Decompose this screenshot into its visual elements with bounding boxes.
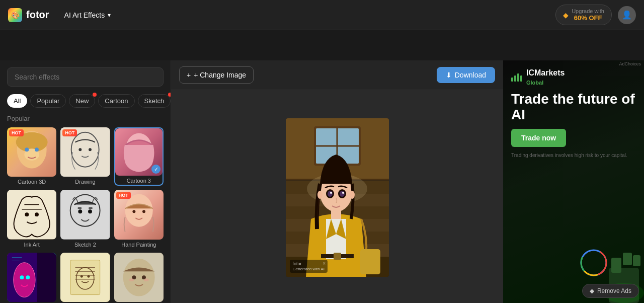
ad-headline: Trade the future of AI — [511, 92, 636, 123]
effect-thumb-inkart — [7, 190, 56, 239]
tab-popular[interactable]: Popular — [30, 94, 66, 108]
remove-ads-diamond: ◆ — [590, 287, 594, 294]
svg-rect-62 — [334, 253, 341, 260]
bar1 — [511, 78, 513, 82]
main-area: + + Change Image ⬇ Download — [171, 60, 503, 303]
diamond-icon: ◆ — [563, 11, 569, 19]
bar3 — [517, 73, 519, 82]
effect-cartoon3d[interactable]: HOT Cartoon 3D — [7, 127, 56, 186]
download-label: Download — [455, 71, 486, 79]
remove-ads-button[interactable]: ◆ Remove Ads — [582, 284, 639, 298]
effect-name-handpainting: Hand Painting — [114, 242, 164, 249]
effect-thumb-cartoon2 — [114, 253, 164, 302]
cyberpunk-svg — [7, 253, 56, 302]
svg-point-3 — [25, 147, 29, 152]
hot-badge-drawing: HOT — [62, 129, 77, 136]
new-badge — [93, 93, 97, 97]
upgrade-text: Upgrade with 60% OFF — [572, 8, 604, 22]
svg-point-67 — [328, 191, 333, 197]
change-image-label: + Change Image — [194, 71, 246, 79]
svg-point-72 — [350, 191, 355, 199]
svg-point-25 — [142, 210, 145, 213]
generated-image: fotor × Generated with AI — [286, 118, 389, 277]
ad-disclaimer: Trading derivatives involves high risk t… — [511, 152, 636, 159]
effect-inkart[interactable]: Ink Art — [7, 190, 56, 248]
tab-cartoon[interactable]: Cartoon — [98, 94, 134, 108]
svg-rect-80 — [623, 253, 632, 265]
upgrade-button[interactable]: ◆ Upgrade with 60% OFF — [555, 5, 612, 25]
background-scene — [286, 118, 389, 277]
ad-choices-label: AdChoices — [619, 61, 641, 66]
logo-text: fotor — [26, 9, 49, 21]
effect-name-cartoon3d: Cartoon 3D — [7, 179, 56, 186]
canvas-container: fotor × Generated with AI — [171, 90, 503, 303]
sidebar: All Popular New Cartoon Sketch › Popular… — [0, 60, 171, 303]
download-button[interactable]: ⬇ Download — [437, 67, 495, 83]
svg-point-20 — [88, 210, 92, 214]
watermark-text: fotor — [293, 261, 302, 266]
svg-point-24 — [132, 210, 135, 213]
effect-thumb-cyberpunk — [7, 253, 56, 302]
effect-thumb-handpainting: HOT — [114, 190, 164, 239]
svg-point-36 — [80, 275, 83, 277]
ad-logo-text: ICMarkets — [526, 68, 565, 77]
pencildrawing-svg — [60, 253, 110, 302]
svg-rect-21 — [78, 207, 82, 209]
svg-point-69 — [330, 192, 332, 194]
effect-thumb-pencildrawing — [60, 253, 110, 302]
svg-point-68 — [340, 191, 345, 197]
svg-rect-73 — [360, 249, 380, 274]
toolbar: + + Change Image ⬇ Download — [171, 60, 503, 90]
effect-cartoon2[interactable]: Cartoon 2 — [114, 253, 164, 303]
hot-badge-cartoon3d: HOT — [9, 129, 24, 136]
effect-cyberpunk[interactable]: Cyberpunk — [7, 253, 56, 303]
search-input[interactable] — [7, 67, 164, 87]
svg-point-39 — [123, 258, 154, 296]
fotor-watermark: fotor × Generated with AI — [290, 260, 328, 273]
hot-badge-handpainting: HOT — [116, 192, 131, 199]
effect-name-drawing: Drawing — [60, 179, 110, 186]
effects-grid: HOT Cartoon 3D HOT — [7, 127, 164, 303]
tab-all[interactable]: All — [7, 94, 27, 108]
ad-content: ICMarkets Global Trade the future of AI … — [503, 60, 644, 303]
inkart-svg — [7, 190, 56, 239]
ai-effects-button[interactable]: AI Art Effects ▾ — [59, 8, 116, 22]
svg-point-71 — [317, 191, 323, 199]
sketch2-svg — [60, 190, 110, 239]
tab-new[interactable]: New — [69, 94, 95, 108]
change-image-button[interactable]: + + Change Image — [179, 66, 254, 84]
svg-point-19 — [78, 210, 83, 214]
svg-rect-81 — [633, 255, 640, 266]
chevron-down-icon: ▾ — [108, 12, 111, 19]
svg-rect-79 — [611, 258, 621, 273]
bar2 — [514, 75, 516, 82]
effect-pencildrawing[interactable]: Pencil Drawing — [60, 253, 110, 303]
effect-sketch2[interactable]: Sketch 2 — [60, 190, 110, 248]
effect-handpainting[interactable]: HOT Hand Painting — [114, 190, 164, 248]
plus-icon: + — [187, 71, 191, 79]
remove-ads-label: Remove Ads — [597, 287, 631, 294]
svg-point-4 — [35, 147, 39, 152]
image-inner: fotor × Generated with AI — [286, 118, 389, 277]
svg-rect-17 — [60, 190, 110, 239]
avatar[interactable]: 👤 — [618, 6, 636, 24]
effect-drawing[interactable]: HOT Drawing — [60, 127, 110, 186]
popular-section-label: Popular — [7, 115, 164, 122]
effect-cartoon3[interactable]: ✓ Cartoon 3 — [114, 127, 164, 186]
cartoon2-svg — [114, 253, 164, 302]
effect-name-cartoon3: Cartoon 3 — [115, 178, 163, 185]
effect-thumb-drawing: HOT — [60, 127, 110, 177]
ad-logo-text-group: ICMarkets Global — [526, 68, 565, 87]
svg-rect-22 — [89, 207, 93, 209]
ai-effects-label: AI Art Effects — [64, 11, 105, 19]
fotor-logo-icon: 🎨 — [8, 8, 22, 22]
watermark-close[interactable]: × — [323, 261, 326, 266]
effect-name-sketch2: Sketch 2 — [60, 242, 110, 249]
tab-sketch[interactable]: Sketch — [138, 94, 171, 108]
svg-point-31 — [20, 275, 24, 279]
logo[interactable]: 🎨 fotor — [8, 8, 49, 22]
watermark-subtext: Generated with AI — [293, 267, 325, 271]
ad-trade-button[interactable]: Trade now — [511, 129, 566, 147]
ad-logo: ICMarkets Global — [511, 68, 636, 87]
svg-point-7 — [79, 148, 82, 151]
